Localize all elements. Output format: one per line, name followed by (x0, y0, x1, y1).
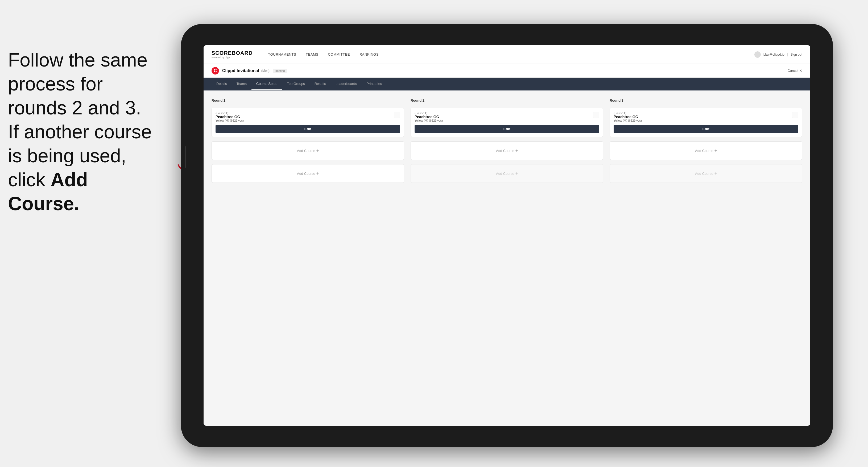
round-2-title: Round 2 (411, 98, 603, 102)
sign-out-link[interactable]: Sign out (790, 53, 802, 56)
round-3-course-info: (Course A) Peachtree GC Yellow (M) (6629… (614, 112, 642, 122)
round-3-title: Round 3 (610, 98, 802, 102)
round-1-course-info: (Course A) Peachtree GC Yellow (M) (6629… (216, 112, 244, 122)
round-1-course-header: (Course A) Peachtree GC Yellow (M) (6629… (216, 112, 400, 122)
tab-printables[interactable]: Printables (362, 78, 386, 90)
nav-right: blair@clippd.io | Sign out (754, 51, 802, 58)
tournament-name: Clippd Invitational (222, 68, 259, 73)
tab-tee-groups[interactable]: Tee Groups (282, 78, 310, 90)
tab-teams[interactable]: Teams (232, 78, 251, 90)
round-1-course-tee: Yellow (M) (6629 yds) (216, 119, 244, 122)
clippd-logo: C (212, 67, 219, 74)
tab-results[interactable]: Results (310, 78, 331, 90)
round-1-course-card: (Course A) Peachtree GC Yellow (M) (6629… (212, 108, 404, 137)
hosting-badge: Hosting (273, 69, 287, 73)
round-2-course-info: (Course A) Peachtree GC Yellow (M) (6629… (414, 112, 443, 122)
scoreboard-logo: SCOREBOARD Powered by clippd (212, 50, 252, 59)
round-3-course-tee: Yellow (M) (6629 yds) (614, 119, 642, 122)
user-email: blair@clippd.io (764, 53, 784, 56)
round-2-add-course-2: Add Course + (411, 164, 603, 183)
round-1-course-name: Peachtree GC (216, 115, 244, 119)
round-3-course-header: (Course A) Peachtree GC Yellow (M) (6629… (614, 112, 798, 122)
round-1-column: Round 1 (Course A) Peachtree GC Yellow (… (212, 98, 404, 183)
tournament-gender: (Men) (261, 69, 270, 73)
round-2-course-card: (Course A) Peachtree GC Yellow (M) (6629… (411, 108, 603, 137)
round-3-course-name: Peachtree GC (614, 115, 642, 119)
nav-tournaments[interactable]: TOURNAMENTS (263, 50, 301, 59)
pipe-divider: | (787, 53, 788, 56)
round-1-edit-button[interactable]: Edit (216, 125, 400, 133)
rounds-grid: Round 1 (Course A) Peachtree GC Yellow (… (212, 98, 802, 183)
round-3-edit-button[interactable]: Edit (614, 125, 798, 133)
user-avatar (754, 51, 761, 58)
round-3-add-course-2: Add Course + (610, 164, 802, 183)
logo-sub-text: Powered by clippd (212, 56, 252, 59)
main-content: Round 1 (Course A) Peachtree GC Yellow (… (204, 91, 810, 426)
tab-leaderboards[interactable]: Leaderboards (331, 78, 362, 90)
tablet-screen: SCOREBOARD Powered by clippd TOURNAMENTS… (204, 45, 810, 426)
tablet-frame: SCOREBOARD Powered by clippd TOURNAMENTS… (181, 24, 833, 447)
logo-main-text: SCOREBOARD (212, 50, 252, 56)
round-1-title: Round 1 (212, 98, 404, 102)
round-2-course-tee: Yellow (M) (6629 yds) (414, 119, 443, 122)
instruction-text: Follow the same process for rounds 2 and… (0, 48, 168, 216)
round-2-edit-button[interactable]: Edit (414, 125, 599, 133)
round-3-column: Round 3 (Course A) Peachtree GC Yellow (… (610, 98, 802, 183)
nav-links: TOURNAMENTS TEAMS COMMITTEE RANKINGS (263, 50, 754, 59)
round-2-add-course-1[interactable]: Add Course + (411, 141, 603, 160)
round-2-course-name: Peachtree GC (414, 115, 443, 119)
tab-course-setup[interactable]: Course Setup (251, 78, 282, 90)
round-2-card-menu-btn[interactable]: ⋯ (593, 112, 599, 118)
top-nav: SCOREBOARD Powered by clippd TOURNAMENTS… (204, 45, 810, 64)
round-1-add-course-2[interactable]: Add Course + (212, 164, 404, 183)
round-2-course-label: (Course A) (414, 112, 443, 115)
round-2-column: Round 2 (Course A) Peachtree GC Yellow (… (411, 98, 603, 183)
round-1-add-course-1[interactable]: Add Course + (212, 141, 404, 160)
nav-rankings[interactable]: RANKINGS (355, 50, 383, 59)
cancel-button[interactable]: Cancel ✕ (788, 69, 802, 73)
round-1-course-label: (Course A) (216, 112, 244, 115)
nav-teams[interactable]: TEAMS (301, 50, 323, 59)
round-3-course-label: (Course A) (614, 112, 642, 115)
round-3-course-card: (Course A) Peachtree GC Yellow (M) (6629… (610, 108, 802, 137)
nav-committee[interactable]: COMMITTEE (323, 50, 355, 59)
round-3-add-course-1[interactable]: Add Course + (610, 141, 802, 160)
tab-details[interactable]: Details (212, 78, 232, 90)
round-3-card-menu-btn[interactable]: ⋯ (792, 112, 798, 118)
round-1-card-menu-btn[interactable]: ⋯ (394, 112, 400, 118)
tab-bar: Details Teams Course Setup Tee Groups Re… (204, 78, 810, 91)
sub-header: C Clippd Invitational (Men) Hosting Canc… (204, 64, 810, 78)
round-2-course-header: (Course A) Peachtree GC Yellow (M) (6629… (414, 112, 599, 122)
